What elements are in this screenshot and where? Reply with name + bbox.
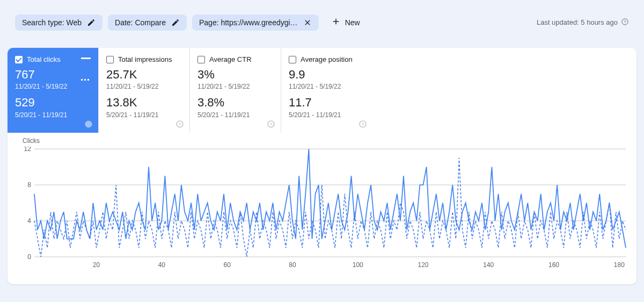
filter-bar: Search type: Web Date: Compare Page: htt… <box>0 0 644 38</box>
svg-text:?: ? <box>270 121 273 126</box>
metric-value-2: 13.8K <box>106 96 182 110</box>
legend-solid-icon <box>81 57 91 59</box>
metric-range-2: 5/20/21 - 11/19/21 <box>15 111 91 119</box>
svg-text:60: 60 <box>224 261 231 268</box>
metric-range-2: 5/20/21 - 11/19/21 <box>289 111 365 119</box>
metric-total-clicks[interactable]: Total clicks 767 11/20/21 - 5/19/22 529 … <box>8 48 99 133</box>
metric-range-2: 5/20/21 - 11/19/21 <box>197 111 273 119</box>
svg-text:12: 12 <box>24 147 31 153</box>
metric-value-1: 25.7K <box>106 68 182 82</box>
metric-total-impressions[interactable]: Total impressions 25.7K 11/20/21 - 5/19/… <box>99 48 190 133</box>
metric-value-2: 11.7 <box>289 96 365 110</box>
metric-range-1: 11/20/21 - 5/19/22 <box>106 83 182 90</box>
svg-text:?: ? <box>179 121 181 126</box>
metric-average-ctr[interactable]: Average CTR 3% 11/20/21 - 5/19/22 3.8% 5… <box>190 48 281 133</box>
page-chip-label: Page: https://www.greedygi… <box>199 18 298 27</box>
metric-label: Average CTR <box>209 55 252 63</box>
help-icon[interactable]: ? <box>621 18 629 27</box>
metric-value-2: 3.8% <box>197 96 273 110</box>
metric-value-2: 529 <box>15 96 91 110</box>
svg-text:4: 4 <box>27 217 31 225</box>
svg-text:100: 100 <box>353 261 363 268</box>
close-icon[interactable] <box>303 18 312 27</box>
svg-text:120: 120 <box>418 261 429 268</box>
svg-text:0: 0 <box>27 253 31 261</box>
svg-text:160: 160 <box>548 261 559 268</box>
metric-label: Average position <box>301 55 353 63</box>
help-icon[interactable]: ? <box>175 120 184 128</box>
performance-card: Total clicks 767 11/20/21 - 5/19/22 529 … <box>8 48 636 284</box>
new-label: New <box>345 18 360 27</box>
add-filter-button[interactable]: New <box>324 13 367 32</box>
date-chip[interactable]: Date: Compare <box>108 15 187 31</box>
svg-text:?: ? <box>624 19 626 24</box>
help-icon[interactable]: ? <box>84 120 93 128</box>
plus-icon <box>331 17 341 28</box>
metric-range-1: 11/20/21 - 5/19/22 <box>289 83 365 90</box>
last-updated-text: Last updated: 5 hours ago <box>537 18 618 26</box>
svg-text:140: 140 <box>483 261 494 268</box>
page-chip[interactable]: Page: https://www.greedygi… <box>192 15 319 31</box>
svg-text:40: 40 <box>158 261 165 268</box>
svg-text:20: 20 <box>93 261 100 268</box>
metric-label: Total impressions <box>118 55 172 63</box>
checkbox-icon <box>106 56 114 63</box>
search-type-chip-label: Search type: Web <box>22 18 82 27</box>
metric-range-1: 11/20/21 - 5/19/22 <box>15 83 91 90</box>
checkbox-icon <box>197 56 205 63</box>
date-chip-label: Date: Compare <box>115 18 166 27</box>
metric-label: Total clicks <box>27 55 61 63</box>
svg-text:180: 180 <box>614 261 625 268</box>
legend-dashed-icon <box>81 79 91 81</box>
metric-value-1: 3% <box>197 68 273 82</box>
svg-text:?: ? <box>87 121 90 126</box>
pencil-icon <box>87 18 96 27</box>
filter-chips: Search type: Web Date: Compare Page: htt… <box>15 13 367 32</box>
last-updated: Last updated: 5 hours ago ? <box>537 18 629 27</box>
metric-value-1: 767 <box>15 68 91 82</box>
pencil-icon <box>171 18 180 27</box>
checkbox-icon <box>289 56 296 63</box>
svg-text:80: 80 <box>289 261 296 268</box>
help-icon[interactable]: ? <box>267 120 275 128</box>
svg-text:8: 8 <box>27 181 31 189</box>
y-axis-label: Clicks <box>23 137 629 145</box>
chart-area: Clicks 0481220406080100120140160180 <box>8 133 636 284</box>
svg-text:?: ? <box>362 121 364 126</box>
metric-average-position[interactable]: Average position 9.9 11/20/21 - 5/19/22 … <box>281 48 372 133</box>
help-icon[interactable]: ? <box>358 120 367 128</box>
metric-range-2: 5/20/21 - 11/19/21 <box>106 111 182 119</box>
clicks-line-chart[interactable]: 0481220406080100120140160180 <box>19 147 629 270</box>
metric-value-1: 9.9 <box>289 68 365 82</box>
metric-range-1: 11/20/21 - 5/19/22 <box>197 83 273 90</box>
checkbox-icon <box>15 56 23 63</box>
metric-tabs: Total clicks 767 11/20/21 - 5/19/22 529 … <box>8 48 636 133</box>
search-type-chip[interactable]: Search type: Web <box>15 15 103 31</box>
